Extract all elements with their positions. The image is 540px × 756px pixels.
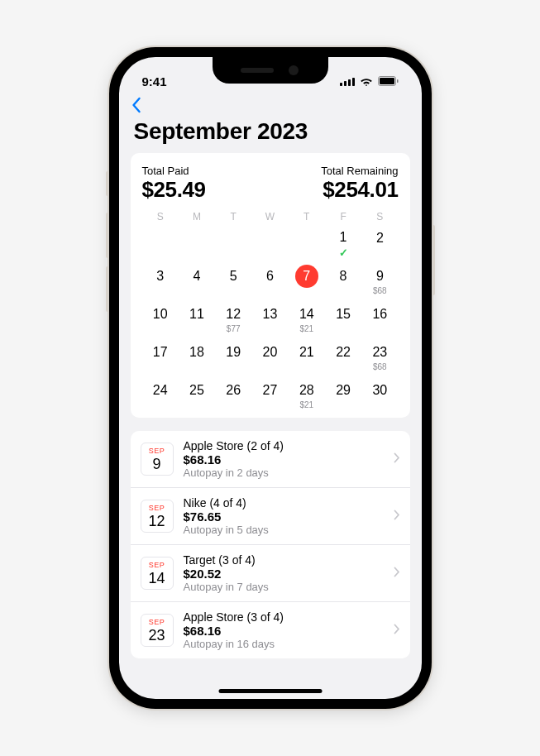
calendar-day[interactable]: 23$68	[361, 338, 398, 373]
day-number: 20	[258, 341, 281, 364]
calendar-day[interactable]: 27	[251, 376, 288, 411]
calendar-day[interactable]: 5	[215, 262, 251, 297]
date-badge: SEP12	[141, 500, 174, 533]
day-amount: $68	[373, 362, 387, 371]
payment-subtitle: Autopay in 7 days	[184, 581, 384, 593]
calendar-day	[251, 224, 288, 259]
calendar-day[interactable]: 7	[289, 262, 325, 297]
payment-title: Target (3 of 4)	[184, 553, 384, 567]
back-button[interactable]	[131, 102, 141, 116]
notch	[213, 57, 328, 84]
chevron-right-icon	[394, 623, 400, 638]
day-number: 16	[368, 303, 391, 326]
day-number: 21	[295, 341, 318, 364]
volume-down-button	[106, 266, 109, 312]
payment-amount: $76.65	[184, 510, 384, 524]
payment-info: Target (3 of 4)$20.52Autopay in 7 days	[184, 553, 384, 593]
day-number: 6	[258, 265, 281, 288]
calendar-day[interactable]: 26	[215, 376, 251, 411]
day-number: 14	[295, 303, 318, 326]
calendar-day[interactable]: 12$77	[215, 300, 251, 335]
day-number: 1	[332, 227, 355, 248]
date-month: SEP	[149, 505, 165, 512]
day-number: 12	[222, 303, 245, 326]
calendar-day[interactable]: 2	[361, 224, 398, 259]
calendar-day	[289, 224, 325, 259]
weekday-label: T	[289, 211, 325, 222]
payment-row[interactable]: SEP14Target (3 of 4)$20.52Autopay in 7 d…	[131, 545, 410, 602]
payment-row[interactable]: SEP23Apple Store (3 of 4)$68.16Autopay i…	[131, 602, 410, 658]
calendar-day[interactable]: 17	[142, 338, 179, 373]
total-paid-label: Total Paid	[142, 165, 206, 177]
total-paid: Total Paid $25.49	[142, 165, 206, 203]
calendar-day[interactable]: 14$21	[289, 300, 325, 335]
calendar-day[interactable]: 13	[251, 300, 288, 335]
svg-rect-3	[352, 78, 355, 86]
day-number: 28	[295, 379, 318, 402]
calendar-day[interactable]: 3	[142, 262, 179, 297]
day-number: 2	[368, 227, 391, 250]
calendar-day[interactable]: 24	[142, 376, 179, 411]
payment-row[interactable]: SEP9Apple Store (2 of 4)$68.16Autopay in…	[131, 431, 410, 488]
day-number: 19	[222, 341, 245, 364]
day-number: 27	[258, 379, 281, 402]
date-month: SEP	[149, 447, 165, 455]
date-day: 9	[152, 457, 160, 471]
calendar-day	[142, 224, 179, 259]
power-button	[432, 225, 435, 295]
calendar-day[interactable]: 9$68	[361, 262, 398, 297]
calendar-day[interactable]: 18	[179, 338, 215, 373]
day-number: 10	[149, 303, 172, 326]
calendar-day[interactable]: 1✓	[325, 224, 361, 259]
day-number: 11	[185, 303, 208, 326]
svg-rect-2	[348, 79, 351, 86]
status-time: 9:41	[142, 74, 167, 89]
date-month: SEP	[149, 619, 165, 626]
calendar-day[interactable]: 20	[251, 338, 288, 373]
chevron-right-icon	[394, 509, 400, 524]
calendar-day[interactable]: 29	[325, 376, 361, 411]
day-number: 22	[332, 341, 355, 364]
date-month: SEP	[149, 562, 165, 569]
calendar-day[interactable]: 25	[179, 376, 215, 411]
day-number: 29	[332, 379, 355, 402]
total-remaining-value: $254.01	[321, 177, 398, 203]
calendar-day[interactable]: 4	[179, 262, 215, 297]
svg-rect-5	[380, 78, 394, 84]
weekday-label: F	[325, 211, 361, 222]
payment-title: Apple Store (2 of 4)	[184, 439, 384, 452]
calendar-day	[215, 224, 251, 259]
calendar-day[interactable]: 11	[179, 300, 215, 335]
calendar-day[interactable]: 16	[361, 300, 398, 335]
calendar-day	[179, 224, 215, 259]
svg-rect-0	[340, 83, 342, 86]
payment-row[interactable]: SEP12Nike (4 of 4)$76.65Autopay in 5 day…	[131, 488, 410, 545]
calendar-day[interactable]: 30	[361, 376, 398, 411]
summary-card: Total Paid $25.49 Total Remaining $254.0…	[131, 153, 410, 418]
chevron-right-icon	[394, 566, 400, 581]
total-remaining: Total Remaining $254.01	[321, 165, 398, 203]
calendar-day[interactable]: 8	[325, 262, 361, 297]
weekday-label: T	[215, 211, 251, 222]
volume-up-button	[106, 213, 109, 258]
calendar-day[interactable]: 10	[142, 300, 179, 335]
day-number: 3	[149, 265, 172, 288]
payment-info: Apple Store (3 of 4)$68.16Autopay in 16 …	[184, 610, 384, 650]
calendar-day[interactable]: 6	[251, 262, 288, 297]
day-number: 24	[149, 379, 172, 402]
date-day: 12	[148, 514, 165, 529]
calendar-day[interactable]: 19	[215, 338, 251, 373]
day-number: 13	[258, 303, 281, 326]
day-amount: $68	[373, 286, 387, 295]
phone-frame: 9:41 September 2023	[109, 47, 432, 709]
calendar-day[interactable]: 28$21	[289, 376, 325, 411]
check-icon: ✓	[339, 246, 348, 259]
calendar-day[interactable]: 15	[325, 300, 361, 335]
cellular-icon	[340, 74, 355, 89]
calendar-day[interactable]: 21	[289, 338, 325, 373]
day-amount: $21	[299, 324, 313, 333]
header: September 2023	[119, 117, 422, 153]
day-number: 26	[222, 379, 245, 402]
calendar-day[interactable]: 22	[325, 338, 361, 373]
home-indicator[interactable]	[218, 689, 322, 693]
